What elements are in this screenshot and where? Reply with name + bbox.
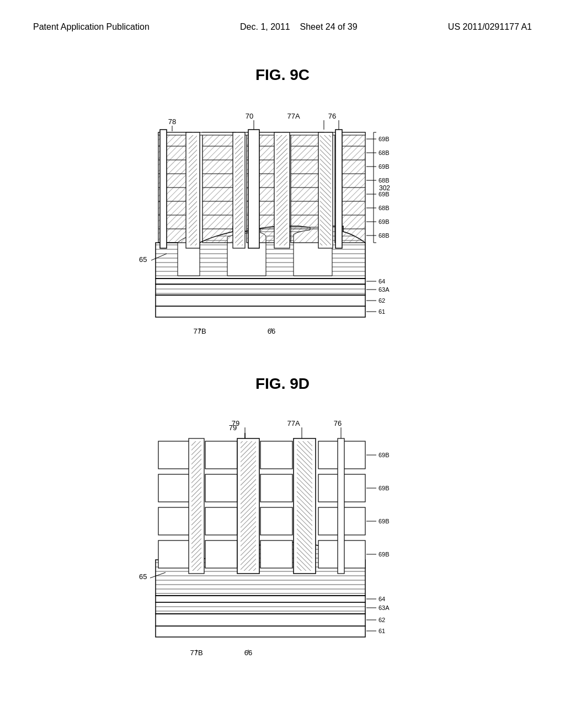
fig9d-title: FIG. 9D <box>0 375 565 393</box>
svg-text:62: 62 <box>379 297 385 304</box>
svg-rect-111 <box>156 626 365 637</box>
svg-rect-8 <box>156 279 365 284</box>
svg-text:69B: 69B <box>379 452 390 458</box>
header-publication-label: Patent Application Publication <box>33 22 150 32</box>
svg-rect-120 <box>205 474 237 502</box>
svg-rect-125 <box>260 507 292 535</box>
svg-text:69B: 69B <box>379 518 390 524</box>
svg-text:69B: 69B <box>379 136 390 142</box>
svg-text:69B: 69B <box>379 485 390 491</box>
page-header: Patent Application Publication Dec. 1, 2… <box>33 22 532 32</box>
svg-text:79: 79 <box>232 419 239 427</box>
svg-rect-5 <box>156 306 365 317</box>
svg-text:64: 64 <box>379 596 385 602</box>
header-date-sheet: Dec. 1, 2011 Sheet 24 of 39 <box>240 22 358 32</box>
svg-text:61: 61 <box>379 308 385 315</box>
page: Patent Application Publication Dec. 1, 2… <box>0 0 565 728</box>
header-patent-number: US 2011/0291177 A1 <box>448 22 532 32</box>
svg-rect-114 <box>156 596 365 602</box>
svg-text:70: 70 <box>246 112 253 120</box>
svg-rect-122 <box>205 540 237 568</box>
svg-rect-62 <box>248 130 259 248</box>
svg-text:64: 64 <box>379 278 385 285</box>
svg-rect-113 <box>156 602 365 614</box>
svg-text:68B: 68B <box>379 149 390 156</box>
svg-text:69B: 69B <box>379 163 390 170</box>
svg-rect-7 <box>156 284 365 295</box>
svg-rect-134 <box>241 441 256 571</box>
svg-rect-117 <box>158 507 190 535</box>
svg-text:76: 76 <box>334 419 342 427</box>
svg-rect-115 <box>158 441 190 469</box>
svg-text:68B: 68B <box>379 177 390 184</box>
svg-text:302: 302 <box>379 184 390 192</box>
svg-text:63A: 63A <box>379 604 390 611</box>
svg-text:68B: 68B <box>379 232 390 239</box>
svg-rect-137 <box>338 438 344 574</box>
svg-rect-55 <box>189 135 197 245</box>
svg-rect-63 <box>160 130 167 248</box>
svg-text:68B: 68B <box>379 205 390 211</box>
svg-rect-136 <box>297 441 312 571</box>
fig9d-diagram: 79 79 77A 76 69B 69B 69B 69B 64 63A <box>122 397 443 681</box>
svg-rect-126 <box>260 540 292 568</box>
svg-text:65: 65 <box>139 255 147 264</box>
svg-text:61: 61 <box>379 628 385 634</box>
svg-rect-57 <box>235 135 243 245</box>
svg-rect-132 <box>191 441 201 571</box>
svg-text:76: 76 <box>328 112 336 120</box>
svg-text:69B: 69B <box>379 218 390 225</box>
svg-text:63A: 63A <box>379 286 390 293</box>
svg-rect-119 <box>205 441 237 469</box>
svg-rect-118 <box>158 540 190 568</box>
svg-text:65: 65 <box>139 572 147 581</box>
svg-text:78: 78 <box>168 117 176 126</box>
svg-rect-124 <box>260 474 292 502</box>
svg-text:69B: 69B <box>379 551 390 558</box>
fig9c-title: FIG. 9C <box>0 66 565 84</box>
svg-text:77A: 77A <box>287 112 300 120</box>
svg-rect-6 <box>156 295 365 306</box>
svg-rect-59 <box>276 135 287 245</box>
svg-rect-61 <box>320 135 331 245</box>
svg-rect-112 <box>156 614 365 626</box>
fig9c-diagram: 78 70 77A 76 69B 68B 69B 68B 69B 68B 69 <box>122 88 443 355</box>
svg-text:62: 62 <box>379 617 385 623</box>
svg-rect-116 <box>158 474 190 502</box>
svg-rect-121 <box>205 507 237 535</box>
svg-text:77A: 77A <box>287 419 300 427</box>
svg-rect-123 <box>260 441 292 469</box>
svg-rect-64 <box>335 130 342 248</box>
